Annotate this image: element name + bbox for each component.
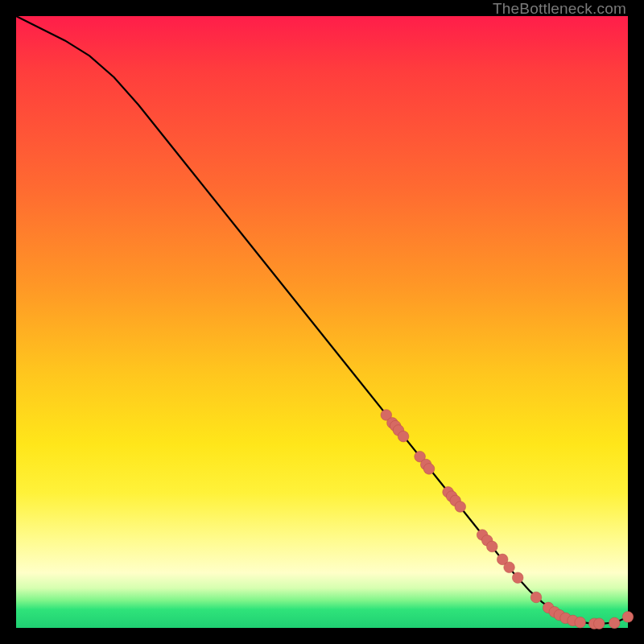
plot-area bbox=[16, 16, 628, 628]
data-marker bbox=[593, 618, 605, 630]
bottleneck-curve-svg bbox=[16, 16, 628, 628]
data-marker bbox=[530, 592, 542, 603]
attribution-text: TheBottleneck.com bbox=[493, 0, 626, 18]
data-marker bbox=[423, 464, 435, 475]
data-marker bbox=[622, 612, 634, 623]
marker-group bbox=[381, 410, 634, 630]
chart-frame: TheBottleneck.com bbox=[0, 0, 644, 644]
bottleneck-curve bbox=[16, 16, 628, 624]
data-marker bbox=[609, 617, 620, 629]
data-marker bbox=[504, 562, 515, 573]
data-marker bbox=[455, 502, 466, 513]
data-marker bbox=[486, 541, 497, 552]
data-marker bbox=[575, 617, 586, 628]
data-marker bbox=[512, 572, 523, 584]
data-marker bbox=[398, 431, 409, 442]
